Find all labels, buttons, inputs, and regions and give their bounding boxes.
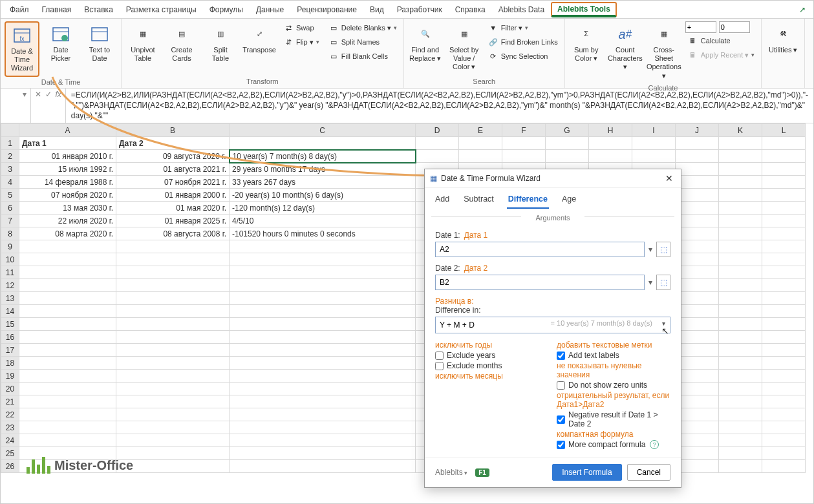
date1-range-picker-icon[interactable]: ⬚ — [656, 242, 670, 257]
cell-B5[interactable]: 01 января 2000 г. — [116, 189, 230, 202]
help-icon[interactable]: ? — [650, 440, 659, 449]
tab-age[interactable]: Age — [561, 192, 577, 209]
cell-C6[interactable]: -120 month(s) 12 day(s) — [230, 202, 416, 215]
cell-A7[interactable]: 22 июля 2020 г. — [19, 215, 116, 227]
date-picker-button[interactable]: Date Picker — [43, 21, 78, 65]
cell-C1[interactable] — [230, 137, 416, 150]
cell-B4[interactable]: 07 ноября 2021 г. — [116, 176, 230, 189]
calc-zero-input[interactable] — [719, 21, 750, 33]
count-characters-button[interactable]: a#Count Characters ▾ — [608, 21, 643, 74]
enter-formula-icon[interactable]: ✓ — [45, 90, 52, 99]
cell-C3[interactable]: 29 years 0 months 17 days — [230, 163, 416, 176]
col-hdr-I[interactable]: I — [632, 124, 676, 137]
tab-subtract[interactable]: Subtract — [462, 192, 495, 209]
menu-home[interactable]: Главная — [36, 3, 78, 16]
fx-icon[interactable]: fx — [56, 90, 61, 99]
col-hdr-D[interactable]: D — [416, 124, 459, 137]
col-hdr-C[interactable]: C — [230, 124, 416, 137]
cross-sheet-button[interactable]: ▦Cross-Sheet Operations ▾ — [647, 21, 681, 83]
menu-pagelayout[interactable]: Разметка страницы — [120, 3, 203, 16]
create-cards-button[interactable]: ▤Create Cards — [164, 21, 199, 65]
exclude-years-checkbox[interactable]: Exclude years — [435, 351, 549, 360]
apply-recent-button[interactable]: 🖩Apply Recent ▾ — [685, 48, 757, 61]
row-hdr-6[interactable]: 6 — [1, 202, 19, 215]
flip-button[interactable]: ⇵Flip ▾ — [281, 36, 322, 48]
col-hdr-K[interactable]: K — [719, 124, 762, 137]
unpivot-table-button[interactable]: ▦Unpivot Table — [125, 21, 160, 65]
row-hdr-3[interactable]: 3 — [1, 163, 19, 176]
cell-B8[interactable]: 08 августа 2008 г. — [116, 227, 230, 240]
col-hdr-F[interactable]: F — [502, 124, 546, 137]
find-replace-button[interactable]: 🔍Find and Replace ▾ — [408, 21, 443, 65]
utilities-button[interactable]: 🛠Utilities ▾ — [766, 21, 800, 57]
no-zero-checkbox[interactable]: Do not show zero units — [557, 381, 670, 390]
tab-add[interactable]: Add — [434, 192, 451, 209]
swap-button[interactable]: ⇄Swap — [281, 21, 322, 34]
col-hdr-J[interactable]: J — [676, 124, 719, 137]
cell-A3[interactable]: 15 июля 1992 г. — [19, 163, 116, 176]
menu-formulas[interactable]: Формулы — [203, 3, 250, 16]
row-hdr-7[interactable]: 7 — [1, 215, 19, 227]
text-to-date-button[interactable]: Text to Date — [82, 21, 117, 65]
delete-blanks-button[interactable]: ▭Delete Blanks ▾ — [326, 21, 400, 34]
cell-A8[interactable]: 08 марта 2020 г. — [19, 227, 116, 240]
transpose-button[interactable]: ⤢Transpose — [242, 21, 277, 57]
row-hdr-4[interactable]: 4 — [1, 176, 19, 189]
date-time-wizard-button[interactable]: fxDate & Time Wizard — [5, 21, 39, 77]
menu-insert[interactable]: Вставка — [78, 3, 120, 16]
negative-result-checkbox[interactable]: Negative result if Date 1 > Date 2 — [557, 410, 670, 428]
split-table-button[interactable]: ▥Split Table — [203, 21, 238, 65]
date1-dropdown-icon[interactable]: ▾ — [648, 245, 652, 254]
menu-data[interactable]: Данные — [250, 3, 290, 16]
calculate-button[interactable]: 🖩Calculate — [685, 34, 757, 47]
find-broken-links-button[interactable]: 🔗Find Broken Links — [486, 36, 561, 48]
cell-A4[interactable]: 14 февраля 1988 г. — [19, 176, 116, 189]
name-box[interactable]: ▾ — [1, 89, 31, 123]
cell-A6[interactable]: 13 мая 2030 г. — [19, 202, 116, 215]
cell-C4[interactable]: 33 years 267 days — [230, 176, 416, 189]
col-hdr-L[interactable]: L — [762, 124, 806, 137]
insert-formula-button[interactable]: Insert Formula — [552, 464, 621, 481]
filter-button[interactable]: ▼Filter ▾ — [486, 21, 561, 34]
cancel-formula-icon[interactable]: ✕ — [35, 90, 41, 99]
col-hdr-H[interactable]: H — [589, 124, 632, 137]
row-hdr-2[interactable]: 2 — [1, 150, 19, 163]
cell-B1[interactable]: Дата 2 — [116, 137, 230, 150]
cell-A1[interactable]: Дата 1 — [19, 137, 116, 150]
cell-B3[interactable]: 01 августа 2021 г. — [116, 163, 230, 176]
sync-selection-button[interactable]: ⟳Sync Selection — [486, 50, 561, 63]
menu-help[interactable]: Справка — [449, 3, 492, 16]
cell-C5[interactable]: -20 year(s) 10 month(s) 6 day(s) — [230, 189, 416, 202]
col-hdr-E[interactable]: E — [459, 124, 502, 137]
menu-view[interactable]: Вид — [363, 3, 391, 16]
menu-ablebits-data[interactable]: Ablebits Data — [492, 3, 551, 16]
spreadsheet-table[interactable]: A B C D E F G H I J K L 1 Дата 1 Дата 2 … — [1, 123, 806, 473]
split-names-button[interactable]: ▭Split Names — [326, 36, 400, 48]
cell-B6[interactable]: 01 мая 2020 г. — [116, 202, 230, 215]
col-hdr-A[interactable]: A — [19, 124, 116, 137]
f1-help-icon[interactable]: F1 — [475, 468, 489, 477]
col-hdr-B[interactable]: B — [116, 124, 230, 137]
exclude-months-checkbox[interactable]: Exclude months — [435, 361, 549, 370]
cell-B7[interactable]: 01 января 2025 г. — [116, 215, 230, 227]
row-hdr-1[interactable]: 1 — [1, 137, 19, 150]
date2-dropdown-icon[interactable]: ▾ — [648, 278, 652, 287]
date2-input[interactable] — [435, 275, 645, 290]
date2-range-picker-icon[interactable]: ⬚ — [656, 275, 670, 290]
cell-A2[interactable]: 01 января 2010 г. — [19, 150, 116, 163]
row-hdr-8[interactable]: 8 — [1, 227, 19, 240]
cell-C8[interactable]: -101520 hours 0 minutes 0 seconds — [230, 227, 416, 240]
compact-formula-checkbox[interactable]: More compact formula? — [557, 440, 670, 449]
menu-review[interactable]: Рецензирование — [290, 3, 363, 16]
cell-C2[interactable]: 10 year(s) 7 month(s) 8 day(s) — [230, 150, 416, 163]
menu-developer[interactable]: Разработчик — [391, 3, 449, 16]
select-all-corner[interactable] — [1, 124, 19, 137]
col-hdr-G[interactable]: G — [546, 124, 589, 137]
cell-B2[interactable]: 09 августа 2020 г. — [116, 150, 230, 163]
tab-difference[interactable]: Difference — [507, 192, 549, 209]
row-hdr-5[interactable]: 5 — [1, 189, 19, 202]
add-text-labels-checkbox[interactable]: Add text labels — [557, 351, 670, 360]
name-box-input[interactable] — [5, 90, 23, 99]
brand-dropdown[interactable]: Ablebits — [435, 468, 467, 477]
close-icon[interactable]: ✕ — [663, 173, 676, 184]
